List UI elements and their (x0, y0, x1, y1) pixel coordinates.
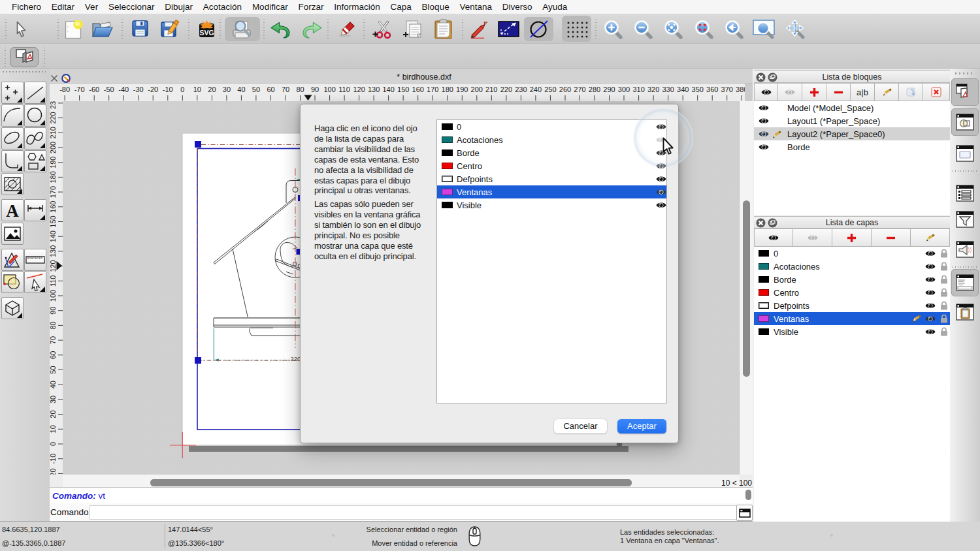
svg-text:280: 280 (589, 86, 600, 93)
svg-text:310: 310 (632, 86, 644, 93)
svg-text:30: 30 (223, 86, 231, 93)
svg-text:-70: -70 (74, 86, 85, 93)
svg-text:-10: -10 (163, 86, 173, 93)
svg-text:70: 70 (282, 86, 289, 93)
svg-text:190: 190 (456, 86, 468, 93)
svg-text:40: 40 (50, 381, 57, 388)
svg-text:150: 150 (50, 215, 57, 227)
svg-text:110: 110 (50, 276, 57, 287)
svg-text:260: 260 (559, 86, 571, 93)
svg-text:340: 340 (677, 86, 689, 93)
svg-text:-40: -40 (118, 86, 129, 93)
svg-text:40: 40 (237, 86, 245, 93)
svg-text:380: 380 (736, 86, 745, 93)
svg-text:220: 220 (291, 355, 301, 362)
svg-text:60: 60 (50, 351, 57, 359)
svg-text:160: 160 (50, 201, 57, 213)
svg-text:90: 90 (50, 307, 57, 315)
svg-text:-30: -30 (133, 86, 144, 93)
svg-text:330: 330 (662, 86, 674, 93)
svg-text:140: 140 (50, 230, 57, 242)
svg-text:360: 360 (706, 86, 718, 93)
svg-text:80: 80 (296, 86, 304, 93)
svg-text:290: 290 (603, 86, 615, 93)
svg-text:0: 0 (180, 86, 184, 93)
svg-text:200: 200 (50, 142, 57, 153)
svg-text:140: 140 (382, 86, 394, 93)
svg-text:50: 50 (252, 86, 260, 93)
svg-text:300: 300 (618, 86, 630, 93)
svg-text:230: 230 (50, 101, 57, 109)
svg-text:180: 180 (442, 86, 453, 93)
svg-text:110: 110 (338, 86, 350, 93)
svg-text:-50: -50 (104, 86, 114, 93)
svg-text:90: 90 (311, 86, 319, 93)
svg-text:210: 210 (485, 86, 497, 93)
svg-text:20: 20 (50, 410, 57, 418)
svg-text:150: 150 (397, 86, 409, 93)
svg-text:250: 250 (544, 86, 556, 93)
svg-text:220: 220 (50, 112, 57, 123)
svg-text:-10: -10 (50, 454, 57, 464)
svg-text:200: 200 (471, 86, 483, 93)
svg-text:170: 170 (427, 86, 438, 93)
svg-text:130: 130 (368, 86, 380, 93)
svg-text:120: 120 (50, 260, 57, 272)
svg-text:60: 60 (267, 86, 274, 93)
svg-text:SVG: SVG (199, 29, 214, 37)
svg-text:350: 350 (692, 86, 704, 93)
svg-text:50: 50 (50, 366, 57, 373)
svg-text:10: 10 (193, 86, 201, 93)
svg-text:70: 70 (50, 336, 57, 344)
svg-text:A: A (6, 201, 19, 221)
svg-text:240: 240 (530, 86, 542, 93)
svg-text:10: 10 (50, 425, 57, 433)
svg-text:220: 220 (500, 86, 512, 93)
svg-text:130: 130 (50, 245, 57, 257)
svg-text:0: 0 (50, 442, 57, 446)
svg-text:270: 270 (574, 86, 585, 93)
svg-text:190: 190 (50, 157, 57, 168)
svg-text:20: 20 (208, 86, 216, 93)
svg-text:370: 370 (721, 86, 733, 93)
svg-text:-20: -20 (50, 468, 57, 475)
svg-text:30: 30 (50, 396, 57, 403)
svg-text:-60: -60 (89, 86, 99, 93)
svg-text:80: 80 (50, 321, 57, 329)
svg-text:-20: -20 (148, 86, 158, 93)
svg-text:100: 100 (323, 86, 335, 93)
svg-text:120: 120 (353, 86, 365, 93)
svg-text:170: 170 (50, 186, 57, 198)
svg-text:100: 100 (50, 290, 57, 302)
svg-text:210: 210 (50, 127, 57, 138)
svg-text:-80: -80 (59, 86, 70, 93)
svg-text:160: 160 (412, 86, 424, 93)
svg-text:180: 180 (50, 171, 57, 183)
svg-text:230: 230 (515, 86, 527, 93)
svg-text:320: 320 (647, 86, 659, 93)
